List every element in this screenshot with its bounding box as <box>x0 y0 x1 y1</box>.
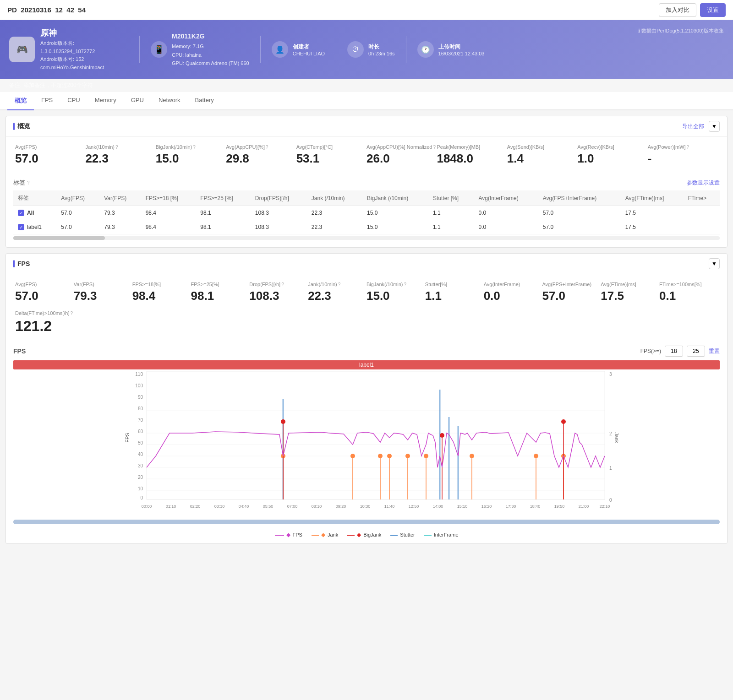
fps-stat-fps25: FPS>=25[%] 98.1 <box>191 282 249 303</box>
svg-text:20: 20 <box>138 475 143 480</box>
normalized-help-icon[interactable]: ? <box>433 145 436 150</box>
tab-memory[interactable]: Memory <box>88 92 124 110</box>
stat-jank: Jank(/10min)? 22.3 <box>85 144 155 166</box>
fps-val2-input[interactable] <box>687 346 705 357</box>
fps-val1-input[interactable] <box>665 346 683 357</box>
svg-text:17:30: 17:30 <box>506 504 516 509</box>
stat-recv-value: 1.0 <box>577 152 647 166</box>
svg-point-44 <box>470 454 474 458</box>
all-checkbox[interactable] <box>18 210 24 216</box>
legend-jank-label: Jank <box>328 532 338 537</box>
overview-table: 标签 Avg(FPS) Var(FPS) FPS>=18 [%] FPS>=25… <box>13 190 720 234</box>
appcpu-help-icon[interactable]: ? <box>266 145 268 150</box>
tab-overview[interactable]: 概览 <box>7 92 34 110</box>
overview-expand-button[interactable]: ▼ <box>709 121 720 132</box>
fps-stat-ftime-value: 17.5 <box>601 289 659 303</box>
fps-stat-ftime: Avg(FTime)[ms] 17.5 <box>601 282 659 303</box>
svg-text:18:40: 18:40 <box>530 504 541 509</box>
overview-stats-row: Avg(FPS) 57.0 Jank(/10min)? 22.3 BigJank… <box>6 137 727 173</box>
overview-section-title: 概览 <box>13 122 30 130</box>
fps-stat-bigjank-value: 15.0 <box>366 289 425 303</box>
device-title: M2011K2G <box>172 31 249 42</box>
device-info: 📱 M2011K2G Memory: 7.1G CPU: lahaina GPU… <box>151 31 249 68</box>
th-jank: Jank (/10min) <box>307 190 362 206</box>
fps-expand-button[interactable]: ▼ <box>709 258 720 269</box>
jank-help-icon[interactable]: ? <box>115 145 118 150</box>
svg-text:FPS: FPS <box>125 433 130 443</box>
svg-text:19:50: 19:50 <box>554 504 565 509</box>
tab-fps[interactable]: FPS <box>34 92 60 110</box>
info-banner: 🎮 原神 Android版本名: 1.3.0.1825294_1872772 A… <box>0 20 733 79</box>
legend-fps: ◆ FPS <box>275 532 302 538</box>
svg-text:00:00: 00:00 <box>142 504 152 509</box>
svg-text:05:50: 05:50 <box>263 504 274 509</box>
creator-label: 创建者 <box>293 43 325 51</box>
tab-cpu[interactable]: CPU <box>60 92 87 110</box>
label1-checkbox[interactable] <box>18 224 24 230</box>
th-bigjank: BigJank (/10min) <box>362 190 428 206</box>
fps-stat-fps25-value: 98.1 <box>191 289 249 303</box>
fps-chart-controls: FPS FPS(>=) 重置 <box>13 346 720 357</box>
th-fps-inter: Avg(FPS+InterFrame) <box>538 190 621 206</box>
svg-text:Jank: Jank <box>614 433 619 444</box>
bigjank-help-icon[interactable]: ? <box>193 145 196 150</box>
td-label1-ftime-gt <box>684 220 720 234</box>
legend-stutter-label: Stutter <box>400 532 415 537</box>
page-title: PD_20210316_12_42_54 <box>7 6 86 14</box>
td-all-fps18: 98.4 <box>141 206 196 220</box>
legend-interframe-label: InterFrame <box>434 532 459 537</box>
table-scrollbar[interactable] <box>13 236 720 240</box>
legend-bigjank-label: BigJank <box>363 532 381 537</box>
delta-help-icon[interactable]: ? <box>71 311 73 316</box>
fps-stat-ftime100: FTime>=100ms[%] 0.1 <box>659 282 718 303</box>
th-label: 标签 <box>13 190 56 206</box>
svg-text:01:10: 01:10 <box>166 504 176 509</box>
upload-meta: 🕐 上传时间 16/03/2021 12:43:03 <box>417 41 485 58</box>
export-all-button[interactable]: 导出全部 <box>682 123 704 130</box>
fps-stat-bigjank: BigJank(/10min)? 15.0 <box>366 282 425 303</box>
fps-ge-label: FPS(>=) <box>640 348 661 354</box>
chart-scrollbar[interactable] <box>13 520 720 524</box>
settings-link[interactable]: 参数显示设置 <box>687 179 720 187</box>
tab-battery[interactable]: Battery <box>188 92 221 110</box>
td-label1-fps-inter: 57.0 <box>538 220 621 234</box>
stat-power-label: Avg(Power)[mW]? <box>648 144 718 150</box>
svg-text:16:20: 16:20 <box>481 504 492 509</box>
reset-button[interactable]: 重置 <box>709 347 720 355</box>
drop-help-icon[interactable]: ? <box>281 282 284 287</box>
fps-stat-fps-inter-value: 57.0 <box>542 289 601 303</box>
th-fps25: FPS>=25 [%] <box>196 190 251 206</box>
settings-button[interactable]: 设置 <box>700 3 726 17</box>
table-scrollbar-thumb[interactable] <box>13 236 105 240</box>
fps-stat-fps18-value: 98.4 <box>132 289 191 303</box>
fps-stat-jank-value: 22.3 <box>308 289 366 303</box>
tag-text: 标签 <box>13 179 25 187</box>
tab-network[interactable]: Network <box>151 92 188 110</box>
th-fps18: FPS>=18 [%] <box>141 190 196 206</box>
stat-jank-label: Jank(/10min)? <box>85 144 155 150</box>
fps-chart-svg: 110 100 90 80 70 60 50 40 30 20 10 0 FPS… <box>13 371 720 518</box>
td-label1-stutter: 1.1 <box>428 220 474 234</box>
svg-text:08:10: 08:10 <box>312 504 322 509</box>
chart-scrollbar-thumb[interactable] <box>13 520 720 524</box>
tag-header: 标签 ? 参数显示设置 <box>13 179 720 187</box>
android-version-name-label: Android版本名: <box>40 40 74 46</box>
app-info: 🎮 原神 Android版本名: 1.3.0.1825294_1872772 A… <box>9 27 128 71</box>
fps-bigjank-help-icon[interactable]: ? <box>404 282 406 287</box>
svg-text:11:40: 11:40 <box>384 504 395 509</box>
tag-help-icon[interactable]: ? <box>27 180 30 185</box>
stat-send-label: Avg(Send)[KB/s] <box>507 144 577 150</box>
td-label1-drop: 108.3 <box>251 220 307 234</box>
fps-jank-help-icon[interactable]: ? <box>338 282 341 287</box>
stat-normalized-value: 26.0 <box>366 152 437 166</box>
stat-bigjank: BigJank(/10min)? 15.0 <box>156 144 226 166</box>
td-all-avgfps: 57.0 <box>56 206 99 220</box>
add-compare-button[interactable]: 加入对比 <box>659 3 696 17</box>
fps-section-header: FPS ▼ <box>6 254 727 274</box>
svg-text:60: 60 <box>138 429 143 434</box>
fps-stat-inter-value: 0.0 <box>484 289 542 303</box>
tab-gpu[interactable]: GPU <box>124 92 151 110</box>
svg-text:07:00: 07:00 <box>287 504 298 509</box>
td-all-inter: 0.0 <box>474 206 538 220</box>
power-help-icon[interactable]: ? <box>687 145 689 150</box>
